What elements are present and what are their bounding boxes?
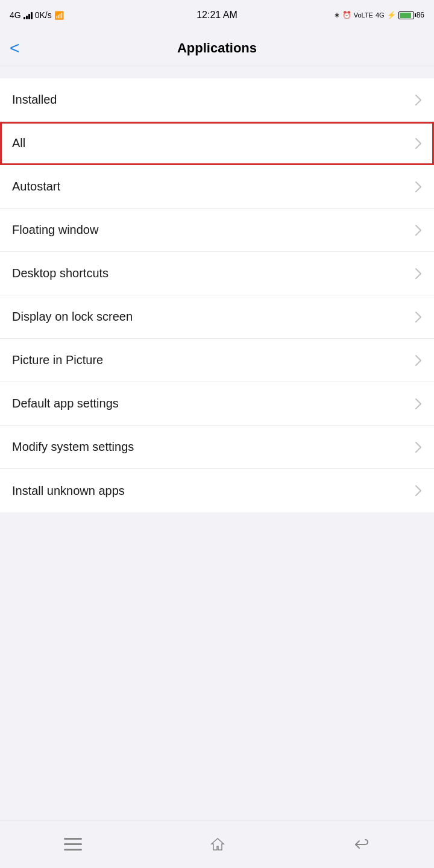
menu-item-label-default-app-settings: Default app settings [12,397,119,410]
menu-item-label-all: All [12,136,25,150]
chevron-icon-all [415,137,422,149]
chevron-icon-picture-in-picture [415,354,422,366]
home-icon [209,836,226,853]
chevron-icon-display-lock-screen [415,311,422,323]
chevron-icon-modify-system-settings [415,441,422,453]
bar3 [28,14,30,19]
wifi-icon: 📶 [54,11,64,20]
bluetooth-icon: ∗ [334,11,340,19]
hamburger-icon [64,838,82,851]
menu-item-install-unknown-apps[interactable]: Install unknown apps [0,469,434,512]
back-icon [353,836,370,853]
home-nav-icon[interactable] [209,836,226,853]
menu-item-label-install-unknown-apps: Install unknown apps [12,484,125,498]
svg-rect-2 [64,849,82,851]
bar1 [24,17,25,19]
menu-item-display-lock-screen[interactable]: Display on lock screen [0,295,434,339]
back-nav-icon[interactable] [353,836,370,853]
chevron-icon-autostart [415,181,422,193]
menu-item-label-display-lock-screen: Display on lock screen [12,310,133,324]
menu-item-floating-window[interactable]: Floating window [0,209,434,252]
menu-item-default-app-settings[interactable]: Default app settings [0,382,434,426]
volte-icon: VoLTE [354,11,373,19]
app-header: < Applications [0,30,434,66]
alarm-icon: ⏰ [342,11,351,19]
chevron-icon-install-unknown-apps [415,485,422,497]
chevron-icon-default-app-settings [415,398,422,410]
menu-item-label-floating-window: Floating window [12,223,98,237]
menu-item-desktop-shortcuts[interactable]: Desktop shortcuts [0,252,434,295]
back-button[interactable]: < [10,40,19,57]
chevron-icon-installed [415,94,422,106]
network-type: 4G [10,10,21,20]
menu-item-label-modify-system-settings: Modify system settings [12,440,134,454]
bottom-navigation [0,820,434,868]
status-left: 4G 0K/s 📶 [10,10,64,20]
lightning-icon: ⚡ [387,11,396,19]
chevron-icon-floating-window [415,224,422,236]
menu-item-installed[interactable]: Installed [0,78,434,122]
bottom-spacer [0,512,434,868]
menu-item-label-picture-in-picture: Picture in Picture [12,353,103,367]
status-time: 12:21 AM [197,10,237,20]
battery-fill [400,13,411,18]
menu-item-label-installed: Installed [12,93,57,107]
section-gap [0,66,434,78]
menu-item-label-autostart: Autostart [12,180,60,193]
page-title: Applications [177,40,257,56]
lte-icon: 4G [376,11,385,19]
signal-bars [24,11,33,19]
svg-rect-0 [64,838,82,840]
data-speed: 0K/s [35,10,52,20]
bar4 [31,12,33,19]
status-bar: 4G 0K/s 📶 12:21 AM ∗ ⏰ VoLTE 4G ⚡ 86 [0,0,434,30]
menu-list: InstalledAllAutostartFloating windowDesk… [0,78,434,512]
page-wrapper: 4G 0K/s 📶 12:21 AM ∗ ⏰ VoLTE 4G ⚡ 86 < A… [0,0,434,868]
status-right: ∗ ⏰ VoLTE 4G ⚡ 86 [334,11,424,19]
menu-item-all[interactable]: All [0,122,434,165]
menu-item-modify-system-settings[interactable]: Modify system settings [0,426,434,469]
bar2 [26,16,28,19]
menu-item-picture-in-picture[interactable]: Picture in Picture [0,339,434,382]
svg-rect-1 [64,843,82,845]
battery-icon [398,11,414,19]
menu-nav-icon[interactable] [64,838,82,851]
menu-item-label-desktop-shortcuts: Desktop shortcuts [12,266,108,280]
menu-item-autostart[interactable]: Autostart [0,165,434,209]
chevron-icon-desktop-shortcuts [415,268,422,280]
battery-percent: 86 [417,11,424,19]
